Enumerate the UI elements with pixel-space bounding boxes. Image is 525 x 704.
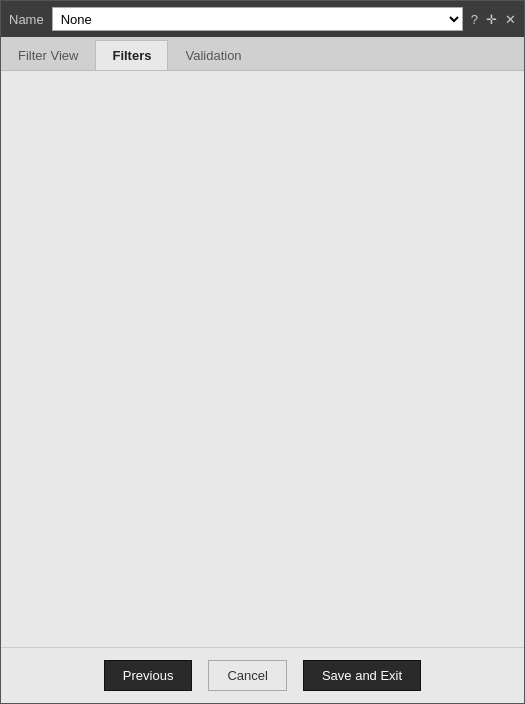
tabs-bar: Filter View Filters Validation <box>1 37 524 71</box>
tab-filter-view[interactable]: Filter View <box>1 40 95 70</box>
previous-button[interactable]: Previous <box>104 660 193 691</box>
cancel-button[interactable]: Cancel <box>208 660 286 691</box>
title-bar: Name None ? ✛ ✕ <box>1 1 524 37</box>
main-content: Name × + <box>1 71 524 647</box>
title-icons: ? ✛ ✕ <box>471 12 516 27</box>
close-icon[interactable]: ✕ <box>505 12 516 27</box>
save-exit-button[interactable]: Save and Exit <box>303 660 421 691</box>
move-icon[interactable]: ✛ <box>486 12 497 27</box>
tab-validation[interactable]: Validation <box>168 40 258 70</box>
footer: Previous Cancel Save and Exit <box>1 647 524 703</box>
help-icon[interactable]: ? <box>471 12 478 27</box>
tab-filters[interactable]: Filters <box>95 40 168 70</box>
main-window: Name None ? ✛ ✕ Filter View Filters Vali… <box>0 0 525 704</box>
name-select[interactable]: None <box>52 7 463 31</box>
name-label: Name <box>9 12 44 27</box>
